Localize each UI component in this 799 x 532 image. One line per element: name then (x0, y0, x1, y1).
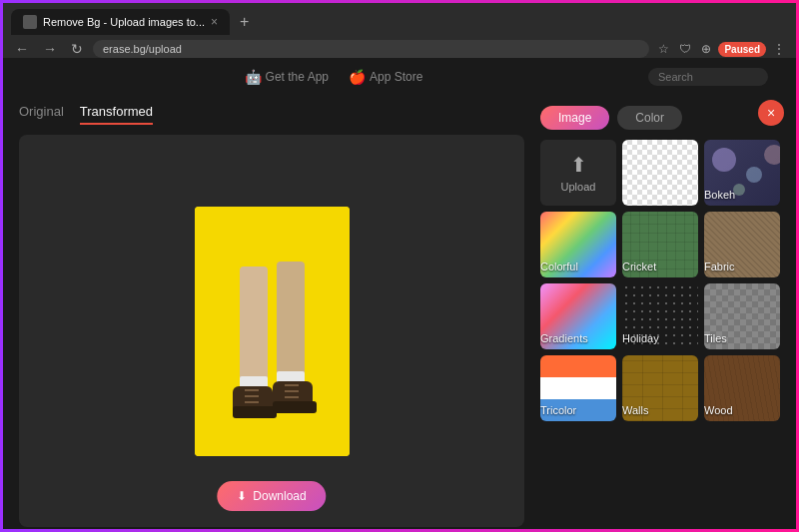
right-panel: × Image Color ⬆ Upload (540, 104, 780, 527)
get-app-label: Get the App (266, 70, 329, 84)
refresh-button[interactable]: ↻ (67, 39, 87, 59)
tab-transformed[interactable]: Transformed (80, 104, 153, 125)
menu-icon[interactable]: ⋮ (770, 40, 788, 58)
download-button[interactable]: ⬇ Download (217, 481, 326, 511)
toggle-row: Image Color (540, 106, 780, 130)
tricolor-label: Tricolor (540, 404, 576, 416)
bg-fabric-item[interactable]: Fabric (704, 212, 780, 277)
gradients-label: Gradients (540, 332, 588, 344)
bg-colorful-item[interactable]: Colorful (540, 212, 616, 277)
bg-wood-item[interactable]: Wood (704, 355, 780, 421)
tab-bar: Remove Bg - Upload images to... × + (3, 3, 796, 35)
bg-cricket-item[interactable]: Cricket (622, 212, 698, 277)
walls-label: Walls (622, 404, 648, 416)
nav-right (648, 68, 780, 86)
upload-label: Upload (561, 181, 596, 193)
bg-upload-item[interactable]: ⬆ Upload (540, 140, 616, 206)
tiles-label: Tiles (704, 332, 727, 344)
wood-label: Wood (704, 404, 733, 416)
address-input[interactable] (93, 40, 649, 58)
bg-tiles-item[interactable]: Tiles (704, 283, 780, 349)
tab-close-btn[interactable]: × (211, 15, 218, 29)
search-input[interactable] (648, 68, 768, 86)
holiday-label: Holiday (622, 332, 659, 344)
svg-point-17 (764, 145, 780, 165)
download-icon: ⬇ (237, 489, 247, 503)
bg-gradients-item[interactable]: Gradients (540, 283, 616, 349)
bg-bokeh-item[interactable]: Bokeh (704, 140, 780, 206)
image-preview-container: ⬇ Download (19, 135, 524, 527)
colorful-label: Colorful (540, 261, 578, 272)
get-app-link[interactable]: 🤖 Get the App (245, 69, 329, 85)
svg-point-16 (746, 167, 762, 183)
close-button[interactable]: × (758, 100, 784, 126)
svg-rect-1 (240, 266, 268, 386)
app-container: 🤖 Get the App 🍎 App Store Original Trans… (3, 58, 796, 532)
paused-badge: Paused (718, 42, 766, 57)
upload-icon: ⬆ (570, 153, 587, 177)
boots-illustration (195, 207, 350, 456)
app-store-label: App Store (370, 70, 422, 84)
app-nav: 🤖 Get the App 🍎 App Store (3, 58, 796, 96)
extension-icon[interactable]: ⊕ (698, 40, 714, 58)
svg-rect-11 (273, 401, 317, 413)
content-area: Original Transformed (3, 96, 796, 532)
svg-rect-2 (277, 262, 305, 386)
image-toggle-button[interactable]: Image (540, 106, 609, 130)
back-button[interactable]: ← (11, 39, 33, 59)
bookmark-icon[interactable]: ☆ (655, 40, 672, 58)
nav-links: 🤖 Get the App 🍎 App Store (245, 69, 423, 85)
active-tab[interactable]: Remove Bg - Upload images to... × (11, 9, 230, 35)
android-icon: 🤖 (245, 69, 262, 85)
editor-tabs: Original Transformed (19, 104, 524, 125)
tab-original[interactable]: Original (19, 104, 64, 125)
svg-rect-0 (195, 207, 350, 456)
cricket-label: Cricket (622, 261, 656, 272)
apple-icon: 🍎 (349, 69, 366, 85)
bg-transparent-item[interactable] (622, 140, 698, 206)
bg-tricolor-item[interactable]: Tricolor (540, 355, 616, 421)
color-toggle-button[interactable]: Color (617, 106, 682, 130)
left-panel: Original Transformed (19, 104, 524, 527)
svg-point-15 (712, 148, 736, 172)
bokeh-label: Bokeh (704, 189, 735, 201)
browser-chrome: Remove Bg - Upload images to... × + ← → … (3, 3, 796, 58)
bg-walls-item[interactable]: Walls (622, 355, 698, 421)
background-grid: ⬆ Upload Bokeh (540, 140, 780, 421)
forward-button[interactable]: → (39, 39, 61, 59)
browser-actions: ☆ 🛡 ⊕ Paused ⋮ (655, 40, 788, 58)
bg-holiday-item[interactable]: Holiday (622, 283, 698, 349)
tab-favicon (23, 15, 37, 29)
tab-title: Remove Bg - Upload images to... (43, 16, 205, 28)
download-label: Download (253, 489, 306, 503)
new-tab-button[interactable]: + (234, 11, 255, 33)
app-store-link[interactable]: 🍎 App Store (349, 69, 422, 85)
svg-rect-6 (233, 406, 277, 418)
shield-icon[interactable]: 🛡 (676, 40, 694, 58)
image-preview (195, 207, 350, 456)
fabric-label: Fabric (704, 261, 735, 272)
